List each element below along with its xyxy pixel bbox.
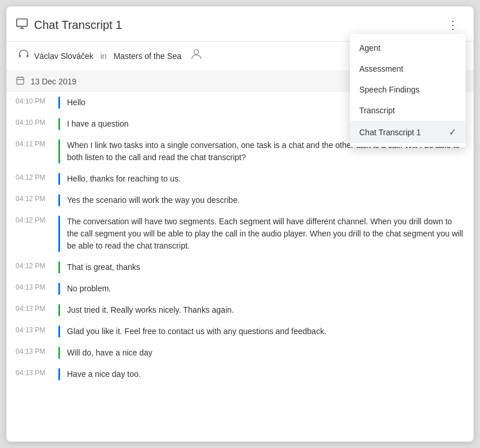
message-time: 04:12 PM xyxy=(16,194,51,203)
svg-point-5 xyxy=(194,50,199,54)
page-title: Chat Transcript 1 xyxy=(34,18,122,32)
user-name: Václav Slováček xyxy=(34,51,94,61)
dropdown-item-label: Transcript xyxy=(359,106,395,115)
dropdown-item[interactable]: Chat Transcript 1✓ xyxy=(350,121,466,143)
date-text: 13 Dec 2019 xyxy=(31,77,76,86)
message-row: 04:13 PM Just tried it. Really works nic… xyxy=(6,299,474,321)
calendar-icon xyxy=(16,76,25,87)
message-time: 04:10 PM xyxy=(16,118,51,127)
message-text: Yes the scenario will work the way you d… xyxy=(67,194,464,206)
message-row: 04:12 PM The conversation will have two … xyxy=(6,211,474,257)
message-text: Will do, have a nice day xyxy=(67,347,464,359)
message-text: No problem. xyxy=(67,283,464,295)
svg-rect-4 xyxy=(27,54,28,57)
message-text: That is great, thanks xyxy=(67,261,464,273)
message-time: 04:13 PM xyxy=(16,304,51,313)
dropdown-item[interactable]: Speech Findings xyxy=(350,79,466,100)
message-time: 04:13 PM xyxy=(16,283,51,291)
chat-icon xyxy=(16,17,28,33)
message-row: 04:13 PM Have a nice day too. xyxy=(6,364,474,385)
dropdown-item[interactable]: Transcript xyxy=(350,100,466,121)
more-button[interactable]: ⋮ xyxy=(444,16,462,34)
message-bar xyxy=(58,347,60,359)
message-row: 04:12 PM Hello, thanks for reaching to u… xyxy=(6,168,474,190)
message-text: Just tried it. Really works nicely. Than… xyxy=(67,304,464,316)
message-bar xyxy=(58,216,60,252)
message-bar xyxy=(58,368,60,380)
message-text: The conversation will have two segments.… xyxy=(67,216,464,252)
main-window: Chat Transcript 1 ⋮ Václav Slováček in M… xyxy=(6,6,474,442)
avatar-icon xyxy=(189,47,203,65)
message-time: 04:13 PM xyxy=(16,347,51,356)
message-time: 04:11 PM xyxy=(16,139,51,148)
message-time: 04:12 PM xyxy=(16,216,51,224)
dropdown-item-label: Agent xyxy=(359,43,381,53)
message-bar xyxy=(58,97,60,109)
svg-rect-6 xyxy=(17,77,24,84)
message-row: 04:12 PM Yes the scenario will work the … xyxy=(6,190,474,211)
message-bar xyxy=(58,304,60,316)
dropdown-item-label: Chat Transcript 1 xyxy=(359,128,421,137)
message-text: Glad you like it. Feel free to contact u… xyxy=(67,325,464,338)
message-bar xyxy=(58,261,60,273)
message-bar xyxy=(58,283,60,295)
message-bar xyxy=(58,118,60,130)
message-row: 04:13 PM No problem. xyxy=(6,278,474,299)
dropdown-item[interactable]: Assessment xyxy=(350,58,466,79)
svg-rect-0 xyxy=(17,18,27,26)
message-bar xyxy=(58,139,60,164)
message-time: 04:12 PM xyxy=(16,173,51,182)
check-icon: ✓ xyxy=(449,127,456,138)
message-time: 04:13 PM xyxy=(16,325,51,334)
message-bar xyxy=(58,173,60,185)
header-left: Chat Transcript 1 xyxy=(16,17,122,33)
dropdown-item-label: Speech Findings xyxy=(359,85,419,94)
message-text: Hello, thanks for reaching to us. xyxy=(67,173,464,185)
message-bar xyxy=(58,325,60,338)
message-time: 04:12 PM xyxy=(16,261,51,270)
headset-icon xyxy=(18,49,29,64)
dropdown-menu: AgentAssessmentSpeech FindingsTranscript… xyxy=(350,34,466,147)
message-bar xyxy=(58,194,60,206)
dropdown-item-label: Assessment xyxy=(359,64,403,73)
message-row: 04:12 PM That is great, thanks xyxy=(6,257,474,278)
svg-rect-3 xyxy=(19,54,21,57)
message-text: Have a nice day too. xyxy=(67,368,464,380)
dropdown-item[interactable]: Agent xyxy=(350,38,466,58)
message-time: 04:10 PM xyxy=(16,97,51,105)
user-company: Masters of the Sea xyxy=(114,51,182,61)
in-label: in xyxy=(101,51,107,61)
message-row: 04:13 PM Will do, have a nice day xyxy=(6,342,474,364)
message-time: 04:13 PM xyxy=(16,368,51,377)
message-row: 04:13 PM Glad you like it. Feel free to … xyxy=(6,321,474,342)
